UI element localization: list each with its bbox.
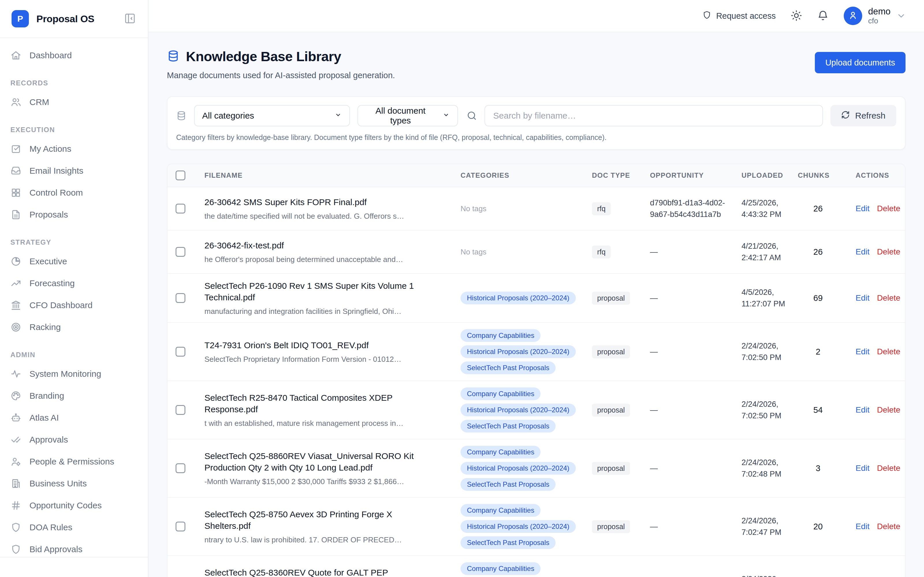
sidebar-item-proposals[interactable]: Proposals xyxy=(7,204,141,226)
sidebar-item-label: Executive xyxy=(29,256,67,266)
edit-link[interactable]: Edit xyxy=(856,293,869,303)
search-input[interactable] xyxy=(485,105,823,126)
sidebar-item-label: Bid Approvals xyxy=(29,545,82,554)
categories-cell: No tags xyxy=(460,248,592,256)
upload-documents-button[interactable]: Upload documents xyxy=(815,52,906,73)
content-area: Request access demo cfo xyxy=(149,0,924,577)
sidebar-item-racking[interactable]: Racking xyxy=(7,316,141,338)
doc-type-filter-select[interactable]: All document types xyxy=(357,105,458,126)
sidebar-item-opportunity-codes[interactable]: Opportunity Codes xyxy=(7,495,141,516)
category-tag: Company Capabilities xyxy=(460,446,541,458)
row-checkbox[interactable] xyxy=(176,463,186,473)
chunks-cell: 54 xyxy=(798,405,856,415)
request-access-button[interactable]: Request access xyxy=(702,10,775,22)
sidebar-item-dashboard[interactable]: Dashboard xyxy=(7,44,141,66)
sidebar-item-email-insights[interactable]: Email Insights xyxy=(7,160,141,182)
uploaded-cell: 2/24/2026, 7:02:46 PM xyxy=(741,573,798,577)
sidebar-item-branding[interactable]: Branding xyxy=(7,385,141,407)
table-row: T24-7931 Orion's Belt IDIQ TO01_REV.pdfS… xyxy=(168,323,905,381)
row-checkbox[interactable] xyxy=(176,204,186,213)
category-tag: Company Capabilities xyxy=(460,562,541,575)
sidebar-item-label: Forecasting xyxy=(29,279,75,288)
user-menu[interactable]: demo cfo xyxy=(844,6,906,26)
delete-link[interactable]: Delete xyxy=(877,204,900,213)
sidebar-item-approvals[interactable]: Approvals xyxy=(7,429,141,451)
notifications-button[interactable] xyxy=(817,10,829,22)
filename-cell: SelectTech Q25-8860REV Viasat_Universal … xyxy=(204,450,460,486)
sidebar-item-label: DOA Rules xyxy=(29,522,72,532)
row-filename: SelectTech Q25-8860REV Viasat_Universal … xyxy=(204,450,460,473)
categories-cell: Company CapabilitiesHistorical Proposals… xyxy=(460,387,592,432)
filename-cell: SelectTech P26-1090 Rev 1 SMS Super Kits… xyxy=(204,280,460,316)
edit-link[interactable]: Edit xyxy=(856,522,869,531)
delete-link[interactable]: Delete xyxy=(877,293,900,303)
doc-type-cell: proposal xyxy=(592,345,650,358)
category-tag: SelectTech Past Proposals xyxy=(460,420,556,432)
shield-icon xyxy=(10,522,21,533)
filename-cell: T24-7931 Orion's Belt IDIQ TO01_REV.pdfS… xyxy=(204,340,460,364)
sidebar-item-crm[interactable]: CRM xyxy=(7,91,141,113)
row-checkbox-cell xyxy=(168,405,204,415)
table-row: 26-30642 SMS Super Kits FOPR Final.pdfth… xyxy=(168,187,905,230)
sidebar-item-label: CRM xyxy=(29,97,49,107)
uploaded-cell: 2/24/2026, 7:02:50 PM xyxy=(741,398,798,422)
row-checkbox[interactable] xyxy=(176,405,186,415)
row-checkbox[interactable] xyxy=(176,247,186,257)
edit-link[interactable]: Edit xyxy=(856,464,869,473)
row-checkbox-cell xyxy=(168,522,204,532)
sidebar-section-admin: ADMIN xyxy=(10,351,137,359)
sidebar-item-label: Branding xyxy=(29,391,64,401)
edit-link[interactable]: Edit xyxy=(856,347,869,356)
doc-type-cell: proposal xyxy=(592,292,650,305)
theme-toggle-button[interactable] xyxy=(791,10,802,22)
sidebar-item-people-permissions[interactable]: People & Permissions xyxy=(7,451,141,472)
topbar: Request access demo cfo xyxy=(149,0,924,32)
sidebar-collapse-button[interactable] xyxy=(124,13,136,25)
row-checkbox[interactable] xyxy=(176,347,186,356)
select-all-checkbox[interactable] xyxy=(176,171,186,180)
sidebar-item-business-units[interactable]: Business Units xyxy=(7,472,141,495)
doc-type-cell: rfq xyxy=(592,245,650,258)
edit-link[interactable]: Edit xyxy=(856,204,869,213)
sidebar-item-forecasting[interactable]: Forecasting xyxy=(7,272,141,294)
category-filter-select[interactable]: All categories xyxy=(194,105,350,126)
delete-link[interactable]: Delete xyxy=(877,247,900,256)
file-text-icon xyxy=(10,209,21,220)
category-tag: Company Capabilities xyxy=(460,329,541,342)
sidebar-item-control-room[interactable]: Control Room xyxy=(7,182,141,204)
sidebar-item-my-actions[interactable]: My Actions xyxy=(7,138,141,160)
app-root: P Proposal OS DashboardRECORDSCRMEXECUTI… xyxy=(0,0,924,577)
sidebar-item-system-monitoring[interactable]: System Monitoring xyxy=(7,363,141,385)
sidebar-item-label: Business Units xyxy=(29,479,87,488)
delete-link[interactable]: Delete xyxy=(877,347,900,356)
doc-type-badge: proposal xyxy=(592,292,630,305)
filename-cell: 26-30642-fix-test.pdfhe Offeror's propos… xyxy=(204,240,460,264)
edit-link[interactable]: Edit xyxy=(856,247,869,256)
opportunity-cell: — xyxy=(650,463,741,474)
sidebar-item-atlas-ai[interactable]: Atlas AI xyxy=(7,407,141,429)
sidebar-item-executive[interactable]: Executive xyxy=(7,250,141,272)
no-tags-label: No tags xyxy=(460,204,486,213)
filter-card: All categories All document types Refres… xyxy=(167,97,906,150)
opportunity-cell: d790bf91-d1a3-4d02-9a67-b54c43d11a7b xyxy=(650,197,741,221)
row-checkbox[interactable] xyxy=(176,522,186,532)
row-checkbox[interactable] xyxy=(176,293,186,303)
sidebar-item-label: System Monitoring xyxy=(29,369,101,379)
documents-table: FILENAMECATEGORIESDOC TYPEOPPORTUNITYUPL… xyxy=(167,164,906,577)
user-icon xyxy=(848,10,858,22)
delete-link[interactable]: Delete xyxy=(877,405,900,414)
edit-link[interactable]: Edit xyxy=(856,405,869,414)
column-header-opportunity: OPPORTUNITY xyxy=(650,171,741,179)
sidebar-section-records: RECORDS xyxy=(10,79,137,87)
sidebar-item-bid-approvals[interactable]: Bid Approvals xyxy=(7,538,141,557)
doc-type-cell: rfq xyxy=(592,202,650,215)
sidebar-item-cfo-dashboard[interactable]: CFO Dashboard xyxy=(7,294,141,316)
delete-link[interactable]: Delete xyxy=(877,522,900,531)
row-filename: T24-7931 Orion's Belt IDIQ TO01_REV.pdf xyxy=(204,340,460,351)
layout-grid-icon xyxy=(10,187,21,198)
sidebar-item-doa-rules[interactable]: DOA Rules xyxy=(7,516,141,538)
refresh-button[interactable]: Refresh xyxy=(830,105,896,126)
filename-cell: SelectTech R25-8470 Tactical Composites … xyxy=(204,392,460,428)
app-title: Proposal OS xyxy=(36,13,94,24)
delete-link[interactable]: Delete xyxy=(877,464,900,473)
